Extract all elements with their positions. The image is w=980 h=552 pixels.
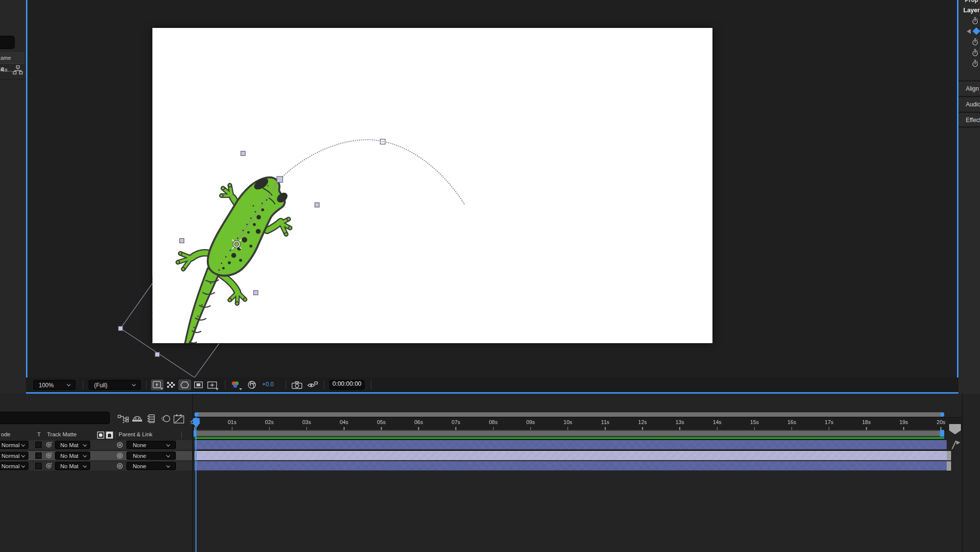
- timeline-search-input[interactable]: [0, 412, 110, 424]
- channels-icon[interactable]: [229, 379, 242, 390]
- column-header-frame-rate[interactable]: ame Ra…: [0, 52, 24, 64]
- divider: [83, 380, 83, 389]
- fast-previews-icon[interactable]: [151, 379, 164, 390]
- mini-flowchart-icon[interactable]: [117, 413, 130, 424]
- preserve-transparency-checkbox[interactable]: [35, 463, 42, 469]
- navigator-end-handle[interactable]: [940, 412, 944, 417]
- work-area-bar[interactable]: [195, 430, 944, 437]
- chevron-down-icon: [239, 388, 242, 390]
- project-search-input[interactable]: [0, 36, 15, 49]
- graph-editor-icon[interactable]: [172, 413, 186, 424]
- column-header-track-matte[interactable]: Track Matte: [47, 431, 76, 437]
- playhead-icon[interactable]: [192, 418, 200, 430]
- panel-tab-audio[interactable]: Audio: [958, 96, 980, 111]
- ruler-label: 04s: [340, 419, 348, 425]
- chevron-down-icon: [160, 388, 163, 390]
- blend-mode-value: Normal: [1, 442, 20, 449]
- panel-title-clipped: Prop: [965, 0, 978, 3]
- resolution-dropdown[interactable]: (Full): [89, 380, 141, 390]
- divider: [115, 431, 116, 439]
- column-header-mode[interactable]: ode: [1, 431, 10, 437]
- track-matte-value: No Mat: [60, 442, 78, 449]
- snapshot-icon[interactable]: [291, 379, 303, 390]
- track-matte-dropdown[interactable]: No Mat: [55, 452, 90, 460]
- parent-pickwhip-icon[interactable]: [116, 441, 123, 451]
- ruler-label: 11s: [601, 419, 610, 425]
- chevron-down-icon: [166, 443, 170, 447]
- matte-alpha-icon[interactable]: [97, 431, 104, 441]
- chevron-down-icon: [67, 382, 71, 386]
- preserve-transparency-checkbox[interactable]: [35, 452, 42, 459]
- comp-marker-bin-icon[interactable]: [949, 424, 961, 437]
- exposure-icon[interactable]: [245, 379, 258, 390]
- stopwatch-icon[interactable]: [972, 17, 979, 27]
- ruler-label: 09s: [526, 419, 535, 425]
- track-matte-pickwhip-icon[interactable]: [46, 441, 52, 450]
- ruler-label: 20s: [937, 419, 946, 425]
- keyframe-diamond-icon[interactable]: [974, 28, 979, 34]
- matte-luma-icon[interactable]: [106, 431, 113, 441]
- mask-visibility-icon[interactable]: [178, 379, 191, 390]
- divider: [324, 380, 324, 389]
- layer-row-controls: Normal No Mat None: [0, 451, 192, 460]
- layer-duration-bar[interactable]: [195, 461, 947, 471]
- ruler-label: 02s: [265, 419, 274, 425]
- parent-pickwhip-icon[interactable]: [116, 452, 123, 461]
- ruler-label: 14s: [713, 419, 722, 425]
- transparency-grid-icon[interactable]: [165, 379, 177, 390]
- blend-mode-dropdown[interactable]: Normal: [0, 441, 28, 449]
- parent-link-value: None: [133, 463, 147, 470]
- ruler-label: 12s: [638, 419, 647, 425]
- blend-mode-dropdown[interactable]: Normal: [0, 452, 28, 460]
- motion-blur-icon[interactable]: [158, 413, 172, 424]
- layer-duration-bar[interactable]: [195, 440, 947, 450]
- parent-link-dropdown[interactable]: None: [126, 441, 176, 449]
- work-area-end-handle[interactable]: [940, 430, 944, 437]
- track-matte-dropdown[interactable]: No Mat: [55, 462, 90, 470]
- ruler-label: 05s: [377, 419, 386, 425]
- stopwatch-icon[interactable]: [972, 59, 979, 70]
- chevron-down-icon: [216, 388, 219, 390]
- time-ruler[interactable]: :00s01s02s03s04s05s06s07s08s09s10s11s12s…: [193, 417, 962, 430]
- parent-pickwhip-icon[interactable]: [116, 462, 123, 472]
- track-matte-pickwhip-icon[interactable]: [46, 452, 52, 461]
- marker-flag-icon[interactable]: [950, 439, 961, 452]
- layer-duration-bar-selected[interactable]: [195, 451, 947, 460]
- frame-blend-icon[interactable]: [145, 413, 158, 424]
- current-time-field[interactable]: 0:00:00:00: [329, 380, 365, 390]
- exposure-value[interactable]: +0.0: [262, 381, 274, 388]
- column-header-t[interactable]: T: [37, 431, 41, 437]
- playhead-line[interactable]: [196, 417, 196, 552]
- preserve-transparency-checkbox[interactable]: [35, 442, 42, 448]
- blend-mode-value: Normal: [1, 452, 20, 460]
- layer-out-point-handle[interactable]: [947, 451, 951, 460]
- previous-keyframe-icon[interactable]: [967, 29, 971, 34]
- column-header-parent-link[interactable]: Parent & Link: [119, 431, 152, 437]
- grid-guides-icon[interactable]: [206, 379, 219, 390]
- magnification-dropdown[interactable]: 100%: [33, 380, 75, 390]
- navigator-start-handle[interactable]: [195, 412, 198, 417]
- panel-tab-effect[interactable]: Effect: [958, 112, 980, 126]
- track-matte-pickwhip-icon[interactable]: [46, 462, 52, 471]
- blend-mode-dropdown[interactable]: Normal: [0, 462, 28, 470]
- shy-icon[interactable]: [130, 413, 144, 424]
- ruler-label: 08s: [489, 419, 498, 425]
- time-navigator-bar[interactable]: [195, 412, 944, 417]
- panel-tab-align[interactable]: Align: [958, 80, 980, 95]
- divider: [225, 380, 225, 389]
- stopwatch-icon[interactable]: [972, 49, 979, 59]
- track-matte-dropdown[interactable]: No Mat: [55, 441, 90, 449]
- properties-panel-fragment: Prop Layer Align Audio Effect: [958, 0, 980, 394]
- ruler-label: 06s: [414, 419, 423, 425]
- composition-canvas[interactable]: [152, 28, 712, 343]
- comp-viewer-toolbar: 100% (Full): [26, 377, 958, 392]
- show-snapshot-icon[interactable]: [306, 379, 319, 390]
- stopwatch-icon[interactable]: [972, 38, 979, 48]
- divider: [146, 380, 147, 389]
- layer-out-point-handle[interactable]: [947, 461, 951, 471]
- layer-row-controls: Normal No Mat None: [0, 440, 192, 450]
- project-panel-fragment: ame Ra… 4: [0, 0, 26, 394]
- parent-link-dropdown[interactable]: None: [126, 452, 176, 460]
- region-of-interest-icon[interactable]: [192, 379, 205, 390]
- parent-link-dropdown[interactable]: None: [126, 462, 176, 470]
